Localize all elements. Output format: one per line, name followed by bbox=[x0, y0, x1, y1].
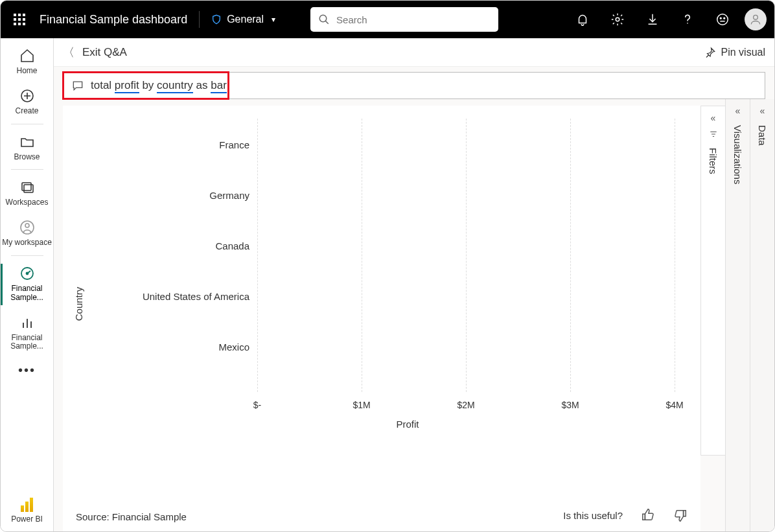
category-label: Germany bbox=[134, 190, 257, 201]
thumbs-down-icon[interactable] bbox=[673, 508, 688, 522]
home-icon bbox=[19, 47, 36, 64]
pane-label: Data bbox=[757, 125, 768, 146]
gauge-icon bbox=[19, 265, 36, 282]
shield-icon bbox=[211, 13, 222, 26]
data-pane[interactable]: « Data bbox=[750, 99, 774, 531]
pin-label: Pin visual bbox=[721, 47, 765, 58]
filters-pane[interactable]: « Filters bbox=[700, 106, 725, 456]
svg-point-2 bbox=[616, 17, 619, 21]
filters-icon bbox=[709, 130, 718, 139]
account-avatar[interactable] bbox=[745, 8, 767, 30]
search-icon bbox=[318, 14, 330, 25]
svg-point-7 bbox=[754, 15, 758, 19]
nav-label: Create bbox=[15, 107, 38, 116]
x-tick: $4M bbox=[665, 400, 683, 410]
command-bar: 〈 Exit Q&A Pin visual bbox=[54, 38, 774, 67]
svg-rect-11 bbox=[22, 183, 31, 191]
visualizations-pane[interactable]: « Visualizations bbox=[725, 99, 750, 531]
exit-qna-link[interactable]: Exit Q&A bbox=[82, 46, 127, 59]
pin-visual-button[interactable]: Pin visual bbox=[704, 47, 765, 58]
feedback-row: Is this useful? bbox=[563, 508, 688, 522]
chevron-down-icon: ▾ bbox=[272, 15, 275, 24]
side-panes: « Filters « Visualizations « Data bbox=[700, 99, 774, 531]
nav-report-item[interactable]: Financial Sample... bbox=[1, 309, 53, 358]
visual-canvas: Country FranceGermanyCanadaUnited States… bbox=[63, 106, 700, 531]
settings-icon[interactable] bbox=[605, 6, 630, 32]
svg-point-0 bbox=[319, 15, 327, 22]
bar-chart: FranceGermanyCanadaUnited States of Amer… bbox=[128, 119, 688, 423]
help-icon[interactable] bbox=[675, 6, 700, 32]
divider bbox=[199, 11, 200, 28]
chat-icon bbox=[71, 79, 84, 92]
pin-icon bbox=[704, 47, 716, 58]
nav-browse[interactable]: Browse bbox=[1, 128, 53, 168]
category-label: Mexico bbox=[134, 341, 257, 353]
svg-point-4 bbox=[717, 14, 728, 25]
nav-label: My workspace bbox=[2, 238, 52, 248]
thumbs-up-icon[interactable] bbox=[641, 508, 655, 522]
pane-label: Filters bbox=[708, 148, 719, 174]
top-bar: Financial Sample dashboard General ▾ bbox=[1, 1, 774, 38]
x-tick: $2M bbox=[457, 400, 474, 410]
x-tick: $- bbox=[253, 400, 261, 410]
gridline bbox=[466, 119, 467, 392]
sensitivity-label: General bbox=[227, 14, 264, 25]
create-icon bbox=[19, 87, 36, 104]
nav-create[interactable]: Create bbox=[1, 82, 53, 122]
feedback-prompt: Is this useful? bbox=[563, 510, 623, 521]
collapse-icon: « bbox=[735, 106, 741, 116]
download-icon[interactable] bbox=[640, 6, 665, 32]
search-input[interactable] bbox=[336, 14, 491, 25]
brand-label: Power BI bbox=[11, 515, 43, 524]
nav-workspaces[interactable]: Workspaces bbox=[1, 174, 53, 214]
gridline bbox=[362, 119, 362, 392]
notifications-icon[interactable] bbox=[570, 6, 596, 32]
main-area: 〈 Exit Q&A Pin visual total profit by co… bbox=[54, 38, 774, 531]
back-button[interactable]: 〈 bbox=[63, 45, 75, 60]
svg-line-1 bbox=[325, 21, 329, 24]
powerbi-logo-icon bbox=[21, 498, 33, 512]
powerbi-brand[interactable]: Power BI bbox=[11, 498, 43, 524]
nav-label: Financial Sample... bbox=[2, 284, 52, 303]
feedback-face-icon[interactable] bbox=[710, 6, 735, 32]
x-tick: $1M bbox=[353, 400, 370, 410]
category-label: France bbox=[134, 139, 257, 150]
left-nav: Home Create Browse Workspaces My workspa… bbox=[1, 38, 54, 531]
sensitivity-dropdown[interactable]: General ▾ bbox=[211, 13, 275, 26]
nav-label: Workspaces bbox=[6, 198, 49, 207]
nav-home[interactable]: Home bbox=[1, 42, 53, 82]
nav-label: Browse bbox=[14, 153, 40, 162]
search-box[interactable] bbox=[310, 7, 498, 32]
qna-input[interactable]: total profit by country as bar bbox=[63, 72, 765, 99]
workspaces-icon bbox=[19, 179, 36, 196]
nav-dashboard-item[interactable]: Financial Sample... bbox=[1, 260, 53, 309]
nav-my-workspace[interactable]: My workspace bbox=[1, 214, 53, 254]
dashboard-title: Financial Sample dashboard bbox=[40, 13, 187, 27]
collapse-icon: « bbox=[711, 113, 716, 123]
svg-rect-12 bbox=[24, 185, 33, 192]
gridline bbox=[257, 119, 258, 392]
svg-point-14 bbox=[25, 224, 29, 227]
x-axis-label: Profit bbox=[128, 419, 688, 430]
gridline bbox=[570, 119, 571, 392]
app-launcher-icon[interactable] bbox=[8, 8, 30, 30]
nav-label: Home bbox=[16, 67, 37, 76]
folder-icon bbox=[19, 133, 36, 150]
x-tick: $3M bbox=[561, 400, 579, 410]
y-axis-label: Country bbox=[73, 287, 84, 321]
qna-text: total profit by country as bar bbox=[91, 79, 227, 92]
gridline bbox=[675, 119, 675, 392]
category-label: United States of America bbox=[134, 291, 257, 302]
bars-icon bbox=[19, 314, 36, 331]
person-icon bbox=[19, 219, 36, 236]
category-label: Canada bbox=[134, 240, 257, 251]
collapse-icon: « bbox=[760, 106, 765, 116]
svg-point-6 bbox=[724, 17, 725, 19]
svg-point-5 bbox=[720, 17, 721, 19]
nav-label: Financial Sample... bbox=[2, 334, 52, 352]
pane-label: Visualizations bbox=[732, 125, 743, 184]
nav-more[interactable]: ••• bbox=[1, 358, 53, 384]
svg-point-3 bbox=[687, 23, 688, 24]
svg-point-16 bbox=[26, 272, 28, 274]
